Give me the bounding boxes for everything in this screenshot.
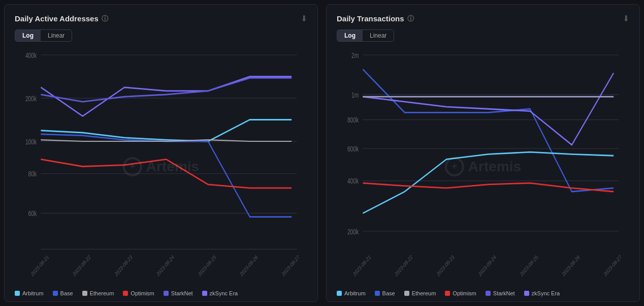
svg-text:2023-08-22: 2023-08-22: [394, 254, 413, 278]
legend-base-right: Base: [375, 290, 395, 296]
legend-optimism-left: Optimism: [123, 290, 154, 296]
right-toggle-log[interactable]: Log: [337, 30, 363, 41]
svg-text:2023-08-27: 2023-08-27: [603, 254, 622, 278]
left-panel: Daily Active Addresses ⓘ ⬇ Log Linear + …: [4, 4, 318, 302]
svg-text:2023-08-23: 2023-08-23: [436, 254, 455, 278]
left-legend: Arbitrum Base Ethereum Optimism StarkNet…: [15, 288, 307, 296]
right-info-icon[interactable]: ⓘ: [407, 14, 414, 23]
legend-color-ethereum-left: [82, 291, 87, 296]
legend-color-optimism-left: [123, 291, 128, 296]
svg-text:2023-08-27: 2023-08-27: [281, 254, 300, 278]
right-title-text: Daily Transactions: [337, 14, 404, 23]
svg-text:2023-08-21: 2023-08-21: [30, 254, 50, 278]
right-panel-title: Daily Transactions ⓘ: [337, 14, 414, 23]
left-toggle-log[interactable]: Log: [15, 30, 41, 41]
legend-color-arbitrum-right: [337, 291, 342, 296]
svg-text:800k: 800k: [347, 116, 359, 125]
svg-text:2023-08-23: 2023-08-23: [114, 254, 133, 278]
left-download-icon[interactable]: ⬇: [301, 14, 307, 23]
svg-text:2023-08-24: 2023-08-24: [477, 254, 497, 278]
svg-text:2023-08-26: 2023-08-26: [561, 254, 581, 278]
right-panel: Daily Transactions ⓘ ⬇ Log Linear + Arte…: [326, 4, 640, 302]
legend-color-starknet-right: [486, 291, 491, 296]
svg-text:2023-08-25: 2023-08-25: [520, 254, 539, 278]
svg-text:80k: 80k: [28, 170, 37, 178]
svg-text:2023-08-22: 2023-08-22: [72, 254, 91, 278]
svg-text:2023-08-25: 2023-08-25: [198, 254, 217, 278]
svg-text:2m: 2m: [351, 51, 359, 59]
svg-text:100k: 100k: [25, 138, 37, 146]
legend-color-ethereum-right: [404, 291, 409, 296]
legend-starknet-right: StarkNet: [486, 290, 515, 296]
left-panel-header: Daily Active Addresses ⓘ ⬇: [15, 14, 307, 23]
legend-arbitrum-left: Arbitrum: [15, 290, 44, 296]
left-toggle-group: Log Linear: [15, 29, 72, 42]
legend-starknet-left: StarkNet: [164, 290, 193, 296]
legend-color-base-left: [53, 291, 58, 296]
legend-zksync-right: zkSync Era: [524, 290, 560, 296]
left-title-text: Daily Active Addresses: [15, 14, 99, 23]
legend-color-base-right: [375, 291, 380, 296]
svg-text:400k: 400k: [25, 51, 37, 59]
left-chart-svg: 400k 200k 100k 80k 60k 2023-08-21 2023-0…: [15, 48, 307, 285]
right-download-icon[interactable]: ⬇: [623, 14, 629, 23]
legend-optimism-right: Optimism: [445, 290, 476, 296]
left-panel-title: Daily Active Addresses ⓘ: [15, 14, 108, 23]
svg-text:2023-08-26: 2023-08-26: [239, 254, 259, 278]
right-toggle-linear[interactable]: Linear: [363, 30, 394, 41]
legend-color-zksync-left: [202, 291, 207, 296]
legend-zksync-left: zkSync Era: [202, 290, 238, 296]
left-chart-area: + Artemis 400k 200k 100k 80k 60k 2023-08…: [15, 48, 307, 285]
legend-color-optimism-right: [445, 291, 450, 296]
svg-text:200k: 200k: [347, 228, 359, 236]
left-info-icon[interactable]: ⓘ: [102, 14, 108, 23]
legend-ethereum-right: Ethereum: [404, 290, 436, 296]
right-legend: Arbitrum Base Ethereum Optimism StarkNet…: [337, 288, 629, 296]
right-toggle-group: Log Linear: [337, 29, 394, 42]
right-chart-svg: 2m 1m 800k 600k 400k 200k 2023-08-21 202…: [337, 48, 629, 285]
right-chart-area: + Artemis 2m 1m 800k 600k 400k 200k 2023…: [337, 48, 629, 285]
legend-arbitrum-right: Arbitrum: [337, 290, 366, 296]
legend-color-arbitrum-left: [15, 291, 20, 296]
legend-ethereum-left: Ethereum: [82, 290, 114, 296]
legend-color-zksync-right: [524, 291, 529, 296]
svg-text:200k: 200k: [25, 95, 37, 103]
svg-text:2023-08-24: 2023-08-24: [155, 254, 175, 278]
svg-text:1m: 1m: [351, 91, 359, 99]
svg-text:600k: 600k: [347, 145, 359, 153]
left-toggle-linear[interactable]: Linear: [41, 30, 72, 41]
legend-color-starknet-left: [164, 291, 169, 296]
legend-base-left: Base: [53, 290, 73, 296]
right-panel-header: Daily Transactions ⓘ ⬇: [337, 14, 629, 23]
svg-text:60k: 60k: [28, 210, 37, 218]
svg-text:2023-08-21: 2023-08-21: [352, 254, 372, 278]
svg-text:400k: 400k: [347, 177, 359, 186]
